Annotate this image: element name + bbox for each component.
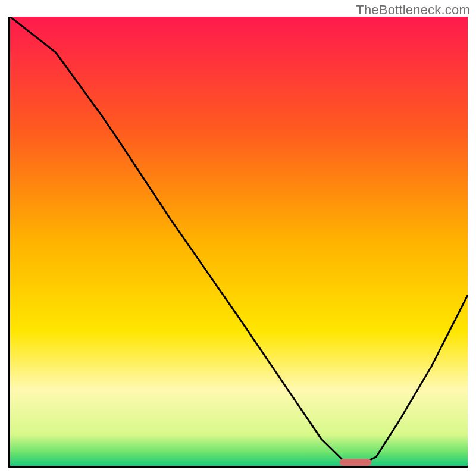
bottleneck-chart <box>10 17 468 466</box>
chart-frame: TheBottleneck.com <box>0 0 476 476</box>
watermark-text: TheBottleneck.com <box>356 2 470 18</box>
optimal-range-marker <box>340 459 372 466</box>
